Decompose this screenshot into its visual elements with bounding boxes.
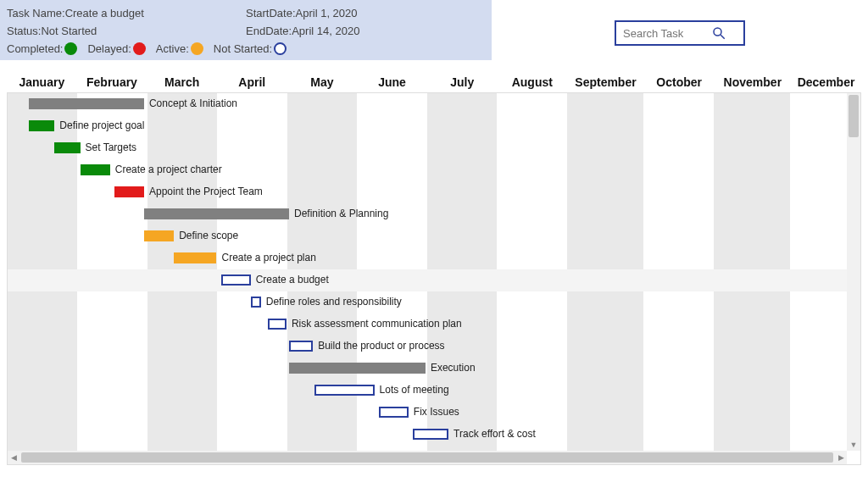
scroll-left-arrow-icon[interactable]: ◀ xyxy=(8,451,19,464)
gantt-bar[interactable] xyxy=(29,98,144,109)
gantt-bar[interactable] xyxy=(174,252,216,263)
gantt-row[interactable]: Define scope xyxy=(8,225,860,247)
gantt-bar-label: Build the product or process xyxy=(318,340,444,352)
search-input[interactable] xyxy=(623,27,708,40)
gantt-row[interactable]: Definition & Planning xyxy=(8,203,860,225)
task-name-label: Task Name: xyxy=(7,7,65,19)
gantt-bar[interactable] xyxy=(221,274,251,286)
status-label: Status: xyxy=(7,25,41,37)
end-date-label: EndDate: xyxy=(246,25,292,37)
month-header: September xyxy=(567,75,644,89)
search-container xyxy=(492,0,868,46)
month-header: January xyxy=(7,75,77,89)
gantt-bar-label: Risk assessment communication plan xyxy=(292,318,462,330)
vertical-scroll-thumb[interactable] xyxy=(849,95,859,137)
gantt-bar[interactable] xyxy=(379,407,409,418)
gantt-row[interactable]: Lots of meeting xyxy=(8,380,860,402)
gantt-bar-label: Define roles and responsibility xyxy=(266,296,402,308)
search-box[interactable] xyxy=(615,20,745,46)
scroll-down-arrow-icon[interactable]: ▼ xyxy=(847,439,860,451)
gantt-bar[interactable] xyxy=(289,341,313,352)
month-header: March xyxy=(147,75,217,89)
end-date-field: EndDate:April 14, 2020 xyxy=(246,25,485,37)
legend-active-label: Active: xyxy=(156,42,189,55)
gantt-row[interactable]: Build the product or process xyxy=(8,335,860,358)
gantt-bar[interactable] xyxy=(251,297,261,308)
month-header: June xyxy=(357,75,427,89)
gantt-bar[interactable] xyxy=(268,319,287,330)
gantt-bar[interactable] xyxy=(289,363,426,374)
gantt-bar[interactable] xyxy=(144,208,289,219)
gantt-bar-label: Define project goal xyxy=(59,119,144,131)
gantt-bar-label: Define scope xyxy=(179,230,238,241)
start-date-field: StartDate:April 1, 2020 xyxy=(246,7,485,19)
task-name-value: Create a budget xyxy=(65,7,144,19)
gantt-row[interactable]: Define roles and responsibility xyxy=(8,291,860,313)
legend-active: Active: xyxy=(156,42,203,55)
gantt-row[interactable]: Appoint the Project Team xyxy=(8,181,860,203)
gantt-row[interactable]: Fix Issues xyxy=(8,402,860,424)
task-info-panel: Task Name:Create a budget StartDate:Apri… xyxy=(0,0,492,60)
end-date-value: April 14, 2020 xyxy=(292,25,359,37)
gantt-bar-label: Lots of meeting xyxy=(380,384,449,396)
horizontal-scrollbar[interactable]: ◀ ▶ xyxy=(8,451,847,464)
svg-line-1 xyxy=(721,35,725,39)
month-header: May xyxy=(287,75,358,89)
legend-not-started-swatch xyxy=(274,42,287,55)
header: Task Name:Create a budget StartDate:Apri… xyxy=(0,0,868,60)
gantt-bar-label: Create a project charter xyxy=(115,164,222,175)
gantt-row[interactable]: Set Targets xyxy=(8,137,860,159)
timeline-months-header: JanuaryFebruaryMarchAprilMayJuneJulyAugu… xyxy=(0,75,868,89)
horizontal-scroll-thumb[interactable] xyxy=(21,452,833,463)
month-header: November xyxy=(714,75,791,89)
gantt-bar-label: Track effort & cost xyxy=(453,428,536,440)
gantt-rows: Concept & InitiationDefine project goalS… xyxy=(8,93,860,464)
vertical-scrollbar[interactable]: ▲ ▼ xyxy=(847,93,860,451)
status-field: Status:Not Started xyxy=(7,25,246,37)
search-icon xyxy=(711,25,726,41)
gantt-row[interactable]: Concept & Initiation xyxy=(8,93,860,115)
start-date-value: April 1, 2020 xyxy=(296,7,358,19)
gantt-bar[interactable] xyxy=(54,142,80,153)
gantt-row[interactable]: Define project goal xyxy=(8,115,860,137)
legend-delayed-label: Delayed: xyxy=(87,42,131,55)
scroll-right-arrow-icon[interactable]: ▶ xyxy=(835,451,847,464)
gantt-bar-label: Fix Issues xyxy=(414,406,459,418)
month-header: October xyxy=(644,75,715,89)
gantt-bar-label: Set Targets xyxy=(86,141,136,153)
legend-not-started: Not Started: xyxy=(214,42,287,55)
gantt-bar-label: Create a budget xyxy=(256,274,329,286)
gantt-row[interactable]: Create a budget xyxy=(8,269,860,291)
gantt-bar-label: Concept & Initiation xyxy=(149,97,237,109)
gantt-bar[interactable] xyxy=(413,429,448,440)
gantt-bar[interactable] xyxy=(314,385,374,396)
svg-point-0 xyxy=(714,28,721,36)
gantt-bar[interactable] xyxy=(29,120,54,131)
legend-delayed: Delayed: xyxy=(87,42,145,55)
legend-completed: Completed: xyxy=(7,42,77,55)
legend-completed-label: Completed: xyxy=(7,42,63,55)
gantt-bar-label: Appoint the Project Team xyxy=(149,186,263,197)
legend-completed-swatch xyxy=(64,42,77,55)
legend-not-started-label: Not Started: xyxy=(214,42,272,55)
month-header: July xyxy=(427,75,498,89)
gantt-row[interactable]: Create a project charter xyxy=(8,159,860,181)
gantt-bar-label: Execution xyxy=(431,362,476,374)
gantt-chart: Concept & InitiationDefine project goalS… xyxy=(7,92,861,465)
gantt-bar-label: Create a project plan xyxy=(221,252,315,263)
legend-active-swatch xyxy=(191,42,203,55)
legend-delayed-swatch xyxy=(133,42,146,55)
gantt-bar-label: Definition & Planning xyxy=(294,208,388,219)
status-value: Not Started xyxy=(41,25,97,37)
gantt-row[interactable]: Risk assessment communication plan xyxy=(8,313,860,335)
gantt-row[interactable]: Track effort & cost xyxy=(8,424,860,446)
gantt-bar[interactable] xyxy=(144,230,174,241)
gantt-row[interactable]: Create a project plan xyxy=(8,247,860,269)
gantt-bar[interactable] xyxy=(81,164,110,175)
task-name-field: Task Name:Create a budget xyxy=(7,7,246,19)
start-date-label: StartDate: xyxy=(246,7,296,19)
gantt-bar[interactable] xyxy=(114,186,144,197)
month-header: April xyxy=(217,75,287,89)
gantt-row[interactable]: Execution xyxy=(8,358,860,380)
month-header: August xyxy=(497,75,567,89)
